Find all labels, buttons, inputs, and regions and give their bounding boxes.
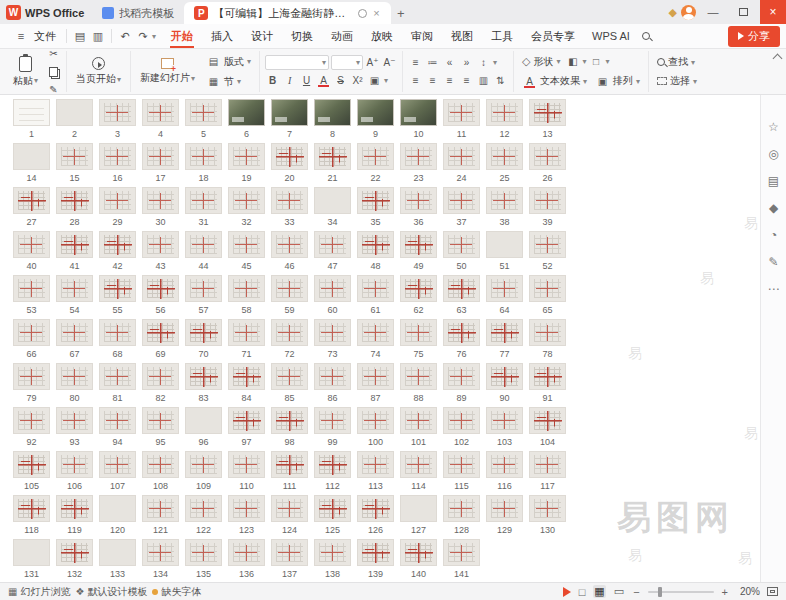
- slide-thumbnail[interactable]: [185, 363, 222, 390]
- slide-thumbnail[interactable]: [99, 539, 136, 566]
- slide-thumbnail[interactable]: [314, 99, 351, 126]
- slide-thumbnail[interactable]: [228, 539, 265, 566]
- slide-cell[interactable]: 69: [139, 319, 182, 363]
- slide-cell[interactable]: 98: [268, 407, 311, 451]
- slide-cell[interactable]: 112: [311, 451, 354, 495]
- slide-cell[interactable]: 134: [139, 539, 182, 582]
- slide-cell[interactable]: 27: [10, 187, 53, 231]
- slide-thumbnail[interactable]: [185, 99, 222, 126]
- highlight-button[interactable]: ▣: [367, 73, 382, 88]
- slide-cell[interactable]: 96: [182, 407, 225, 451]
- slide-thumbnail[interactable]: [357, 319, 394, 346]
- save-icon[interactable]: ▤: [71, 30, 89, 43]
- slide-thumbnail[interactable]: [228, 231, 265, 258]
- slide-thumbnail[interactable]: [357, 231, 394, 258]
- slide-thumbnail[interactable]: [99, 99, 136, 126]
- slide-cell[interactable]: 83: [182, 363, 225, 407]
- slide-thumbnail[interactable]: [142, 187, 179, 214]
- slide-thumbnail[interactable]: [13, 539, 50, 566]
- slide-thumbnail[interactable]: [486, 495, 523, 522]
- slide-thumbnail[interactable]: [486, 231, 523, 258]
- print-icon[interactable]: ▥: [89, 30, 107, 43]
- slide-cell[interactable]: 70: [182, 319, 225, 363]
- select-button[interactable]: 选择▾: [654, 73, 700, 89]
- slide-thumbnail[interactable]: [185, 539, 222, 566]
- slide-cell[interactable]: 95: [139, 407, 182, 451]
- slide-thumbnail[interactable]: [99, 319, 136, 346]
- slide-thumbnail[interactable]: [228, 187, 265, 214]
- slide-cell[interactable]: 77: [483, 319, 526, 363]
- slide-thumbnail[interactable]: [185, 407, 222, 434]
- slide-cell[interactable]: 129: [483, 495, 526, 539]
- slide-thumbnail[interactable]: [56, 363, 93, 390]
- slide-thumbnail[interactable]: [357, 187, 394, 214]
- slide-thumbnail[interactable]: [99, 451, 136, 478]
- slide-cell[interactable]: 31: [182, 187, 225, 231]
- slide-thumbnail[interactable]: [357, 275, 394, 302]
- slide-thumbnail[interactable]: [56, 275, 93, 302]
- slide-thumbnail[interactable]: [228, 99, 265, 126]
- zoom-out-icon[interactable]: −: [632, 586, 640, 598]
- slide-thumbnail[interactable]: [56, 495, 93, 522]
- slide-thumbnail[interactable]: [142, 451, 179, 478]
- slide-thumbnail[interactable]: [228, 363, 265, 390]
- slide-thumbnail[interactable]: [271, 319, 308, 346]
- slide-cell[interactable]: 125: [311, 495, 354, 539]
- slide-thumbnail[interactable]: [142, 99, 179, 126]
- slide-cell[interactable]: 116: [483, 451, 526, 495]
- slide-thumbnail[interactable]: [357, 539, 394, 566]
- slide-thumbnail[interactable]: [99, 275, 136, 302]
- slide-thumbnail[interactable]: [314, 319, 351, 346]
- collapse-ribbon-icon[interactable]: [773, 54, 783, 64]
- slide-thumbnail[interactable]: [486, 187, 523, 214]
- slide-thumbnail[interactable]: [271, 407, 308, 434]
- slide-cell[interactable]: 28: [53, 187, 96, 231]
- slide-thumbnail[interactable]: [314, 407, 351, 434]
- slide-cell[interactable]: 80: [53, 363, 96, 407]
- slide-cell[interactable]: 42: [96, 231, 139, 275]
- maximize-button[interactable]: [730, 0, 756, 24]
- slide-thumbnail[interactable]: [56, 319, 93, 346]
- slide-cell[interactable]: 50: [440, 231, 483, 275]
- slide-cell[interactable]: 141: [440, 539, 483, 582]
- chevron-down-icon[interactable]: ▾: [384, 76, 388, 85]
- columns-icon[interactable]: ▥: [476, 73, 491, 88]
- slide-cell[interactable]: 15: [53, 143, 96, 187]
- slide-cell[interactable]: 56: [139, 275, 182, 319]
- slide-thumbnail[interactable]: [185, 187, 222, 214]
- slide-thumbnail[interactable]: [357, 363, 394, 390]
- menu-tab-10[interactable]: 会员专享: [522, 24, 584, 48]
- slide-thumbnail[interactable]: [443, 319, 480, 346]
- design-template-indicator[interactable]: ❖ 默认设计模板: [75, 585, 147, 599]
- zoom-slider[interactable]: [648, 591, 714, 593]
- slide-cell[interactable]: 92: [10, 407, 53, 451]
- slide-cell[interactable]: 34: [311, 187, 354, 231]
- font-color-button[interactable]: A: [316, 73, 331, 88]
- slide-cell[interactable]: 44: [182, 231, 225, 275]
- increase-font-icon[interactable]: A⁺: [365, 55, 380, 70]
- menu-tab-5[interactable]: 动画: [322, 24, 362, 48]
- slide-cell[interactable]: 139: [354, 539, 397, 582]
- slide-cell[interactable]: 49: [397, 231, 440, 275]
- slide-cell[interactable]: 35: [354, 187, 397, 231]
- slide-thumbnail[interactable]: [142, 539, 179, 566]
- slide-thumbnail[interactable]: [400, 275, 437, 302]
- search-icon[interactable]: [642, 32, 650, 40]
- slide-cell[interactable]: 74: [354, 319, 397, 363]
- slide-thumbnail[interactable]: [271, 187, 308, 214]
- bold-button[interactable]: B: [265, 73, 280, 88]
- fit-to-window-icon[interactable]: [767, 587, 778, 596]
- slide-cell[interactable]: 128: [440, 495, 483, 539]
- view-mode-indicator[interactable]: ▦ 幻灯片浏览: [8, 585, 70, 599]
- menu-tab-6[interactable]: 放映: [362, 24, 402, 48]
- slide-cell[interactable]: 51: [483, 231, 526, 275]
- superscript-button[interactable]: X²: [350, 73, 365, 88]
- slide-cell[interactable]: 140: [397, 539, 440, 582]
- chevron-down-icon[interactable]: ▾: [583, 57, 587, 66]
- slide-thumbnail[interactable]: [185, 143, 222, 170]
- slide-thumbnail[interactable]: [13, 143, 50, 170]
- slide-cell[interactable]: 24: [440, 143, 483, 187]
- slide-thumbnail[interactable]: [357, 451, 394, 478]
- slide-thumbnail[interactable]: [400, 143, 437, 170]
- text-direction-icon[interactable]: ⇅: [493, 73, 508, 88]
